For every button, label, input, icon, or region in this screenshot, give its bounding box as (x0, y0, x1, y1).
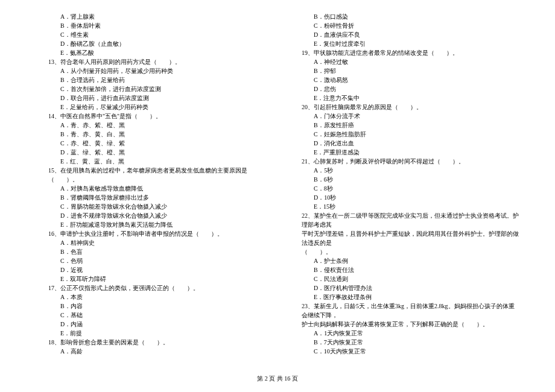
question-text: 15、在使用胰岛素的过程中，老年糖尿病患者更易发生低血糖的主要原因是（ ）。 (36, 166, 265, 184)
answer-option: D．近视 (36, 265, 265, 274)
answer-option: B．内容 (36, 302, 265, 311)
answer-option: D．蓝、绿、紫、橙、黑 (36, 148, 265, 157)
question-text: 实施个体化护理。ICU常用的护理方式是（ ）。 (543, 48, 555, 57)
answer-option: B．侵权责任法 (290, 265, 519, 274)
answer-option: B．青、赤、黄、白、黑 (36, 130, 265, 139)
answer-option: E．前提 (36, 329, 265, 338)
answer-option: E．双耳听力障碍 (36, 274, 265, 283)
question-text: （ ）。 (290, 247, 519, 256)
answer-option: A．5秒 (290, 166, 519, 175)
answer-option: B．抑郁 (290, 66, 519, 75)
answer-option: C．民法通则 (290, 274, 519, 283)
answer-option: A．1天内恢复正常 (290, 329, 519, 338)
question-text: 护士向妈妈解释孩子的体重将恢复正常，下列解释正确的是（ ）。 (290, 320, 519, 329)
question-text: 20、引起肝性脑病最常见的原因是（ ）。 (290, 103, 519, 112)
question-text: 平时无护理差错，且普外科护士严重短缺，因此聘用其任普外科护士。护理部的做法违反的… (290, 229, 519, 247)
answer-option: B．6秒 (290, 175, 519, 184)
answer-option: C．赤、橙、黄、绿、紫 (36, 139, 265, 148)
answer-option: E．复位时过度牵引 (290, 39, 519, 48)
answer-option: C．妊娠急性脂肪肝 (290, 130, 519, 139)
answer-option: A．高龄 (36, 347, 265, 356)
answer-option: C．胃肠功能差导致碳水化合物摄入减少 (36, 202, 265, 211)
question-text: 22、某护生在一所二级甲等医院完成毕业实习后，但未通过护士执业资格考试。护理部考… (290, 211, 519, 229)
answer-option: B．7天内恢复正常 (290, 338, 519, 347)
answer-option: B．色盲 (36, 247, 265, 256)
answer-option: E．肝功能减退导致对胰岛素灭活能力降低 (36, 220, 265, 229)
answer-option: A．肾上腺素 (36, 12, 265, 21)
question-text: 18、影响骨折愈合最主要的因素是（ ）。 (36, 338, 265, 347)
answer-option: A．对胰岛素敏感导致血糖降低 (36, 184, 265, 193)
answer-option: A．护士条例 (290, 256, 519, 265)
answer-option: A．青、赤、紫、橙、黑 (36, 121, 265, 130)
question-text: 21、心肺复苏时，判断及评价呼吸的时间不得超过（ ）。 (290, 157, 519, 166)
answer-option: C．粉碎性骨折 (290, 21, 519, 30)
answer-option: B．伤口感染 (290, 12, 519, 21)
answer-option: B．垂体后叶素 (36, 21, 265, 30)
answer-option: D．医疗机构管理办法 (290, 283, 519, 292)
answer-option: E．足量给药，尽量减少用药种类 (36, 103, 265, 112)
answer-option: C．10天内恢复正常 (290, 347, 519, 356)
answer-option: A．从小剂量开始用药，尽量减少用药种类 (36, 66, 265, 75)
answer-option: B．合理选药，足量给药 (36, 75, 265, 84)
answer-option: C．首次剂量加倍，进行血药浓度监测 (36, 84, 265, 93)
answer-option: A．门体分流手术 (290, 112, 519, 121)
answer-option: D．消化道出血 (290, 139, 519, 148)
answer-option: D．2周内恢复正常 (543, 12, 555, 21)
answer-option: A．本质 (36, 292, 265, 302)
answer-option: D．10秒 (290, 193, 519, 202)
answer-option: E．严重胆道感染 (290, 148, 519, 157)
page-number: 第 2 页 共 16 页 (0, 374, 555, 383)
answer-option: D．进食不规律导致碳水化合物摄入减少 (36, 211, 265, 220)
answer-option: D．联合用药，进行血药浓度监测 (36, 93, 265, 103)
answer-option: A．神经过敏 (290, 57, 519, 66)
question-text: 14、中医在自然界中"五色"是指（ ）。 (36, 112, 265, 121)
question-text: 13、符合老年人用药原则的用药方式是（ ）。 (36, 57, 265, 66)
answer-option: D．酚磺乙胺（止血敏） (36, 39, 265, 48)
answer-option: C．8秒 (290, 184, 519, 193)
answer-option: B．功能制护理 (543, 66, 555, 75)
answer-option: E．医疗事故处理条例 (290, 292, 519, 302)
answer-option: A．个案护理 (543, 57, 555, 66)
answer-option: A．精神病史 (36, 238, 265, 247)
question-text: 19、甲状腺功能亢进症患者最常见的情绪改变是（ ）。 (290, 48, 519, 57)
answer-option: E．红、黄、蓝、白、黑 (36, 157, 265, 166)
answer-option: E．氨基乙酸 (36, 48, 265, 57)
answer-option: D．血液供应不良 (290, 30, 519, 39)
question-text: 16、申请护士执业注册时，不影响申请者申报的情况是（ ）。 (36, 229, 265, 238)
question-text: 17、公正不仅指形式上的类似，更强调公正的（ ）。 (36, 283, 265, 292)
answer-option: C．激动易怒 (290, 75, 519, 84)
question-text: 24、某ICU护士，毕业三年以来，基本上是一个人护理某个病人，病人需要的全部护理… (543, 30, 555, 48)
answer-option: C．维生素 (36, 30, 265, 39)
answer-option: E．注意力不集中 (290, 93, 519, 103)
answer-option: B．原发性肝癌 (290, 121, 519, 130)
document-content: A．肾上腺素B．垂体后叶素C．维生素D．酚磺乙胺（止血敏）E．氨基乙酸13、符合… (36, 12, 519, 362)
answer-option: B．肾糖阈降低导致尿糖排出过多 (36, 193, 265, 202)
answer-option: C．基础 (36, 311, 265, 320)
answer-option: E．3周内恢复正常 (543, 21, 555, 30)
answer-option: E．15秒 (290, 202, 519, 211)
question-text: 23、某新生儿，日龄5天，出生体重3kg，目前体重2.8kg。妈妈很担心孩子的体… (290, 302, 519, 320)
answer-option: D．悲伤 (290, 84, 519, 93)
answer-option: D．内涵 (36, 320, 265, 329)
answer-option: C．色弱 (36, 256, 265, 265)
